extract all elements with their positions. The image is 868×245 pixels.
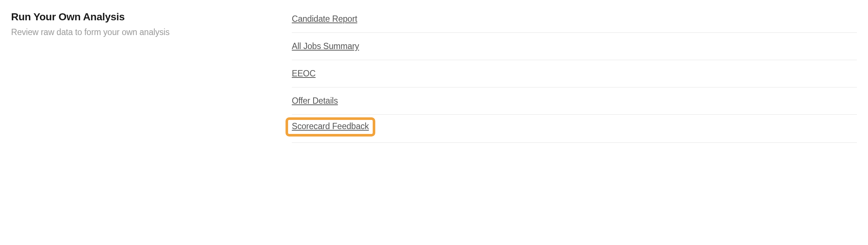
scorecard-feedback-link[interactable]: Scorecard Feedback xyxy=(292,121,369,131)
analysis-section: Run Your Own Analysis Review raw data to… xyxy=(0,0,868,154)
link-row: Offer Details xyxy=(292,87,857,115)
link-row: Scorecard Feedback xyxy=(292,115,857,143)
eeoc-link[interactable]: EEOC xyxy=(292,69,315,79)
section-header: Run Your Own Analysis Review raw data to… xyxy=(11,11,292,143)
link-list: Candidate Report All Jobs Summary EEOC O… xyxy=(292,11,857,143)
offer-details-link[interactable]: Offer Details xyxy=(292,96,338,106)
candidate-report-link[interactable]: Candidate Report xyxy=(292,14,357,24)
link-row: EEOC xyxy=(292,60,857,87)
section-title: Run Your Own Analysis xyxy=(11,11,277,23)
all-jobs-summary-link[interactable]: All Jobs Summary xyxy=(292,41,359,51)
section-subtitle: Review raw data to form your own analysi… xyxy=(11,27,277,37)
highlight-box: Scorecard Feedback xyxy=(286,117,375,137)
link-row: All Jobs Summary xyxy=(292,33,857,60)
link-row: Candidate Report xyxy=(292,13,857,33)
